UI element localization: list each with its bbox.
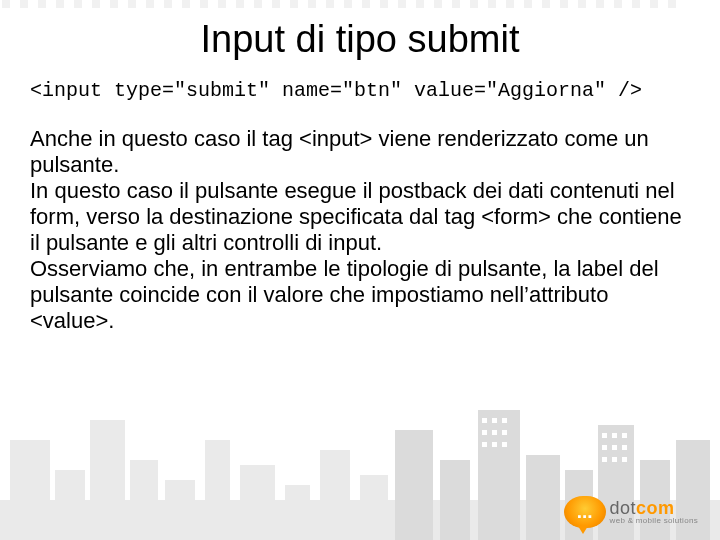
logo-bubble-icon: ... <box>564 496 606 528</box>
paragraph-2: In questo caso il pulsante esegue il pos… <box>30 178 690 256</box>
svg-rect-14 <box>526 455 560 540</box>
slide-title: Input di tipo submit <box>30 18 690 61</box>
svg-rect-3 <box>90 420 125 540</box>
brand-logo: ... dotcom web & mobile solutions <box>564 496 698 528</box>
svg-rect-35 <box>612 457 617 462</box>
svg-rect-8 <box>285 485 310 540</box>
svg-rect-36 <box>622 457 627 462</box>
svg-rect-13 <box>478 410 520 540</box>
svg-rect-19 <box>482 418 487 423</box>
svg-rect-33 <box>622 445 627 450</box>
svg-rect-7 <box>240 465 275 540</box>
svg-rect-28 <box>602 433 607 438</box>
svg-rect-26 <box>492 442 497 447</box>
svg-rect-24 <box>502 430 507 435</box>
svg-rect-25 <box>482 442 487 447</box>
svg-rect-12 <box>440 460 470 540</box>
code-snippet: <input type="submit" name="btn" value="A… <box>30 79 690 102</box>
paragraph-1: Anche in questo caso il tag <input> vien… <box>30 126 690 178</box>
svg-rect-10 <box>360 475 388 540</box>
svg-rect-22 <box>482 430 487 435</box>
body-text: Anche in questo caso il tag <input> vien… <box>30 126 690 334</box>
paragraph-3: Osserviamo che, in entrambe le tipologie… <box>30 256 690 334</box>
svg-rect-29 <box>612 433 617 438</box>
svg-rect-31 <box>602 445 607 450</box>
svg-rect-21 <box>502 418 507 423</box>
svg-rect-32 <box>612 445 617 450</box>
svg-rect-6 <box>205 440 230 540</box>
svg-rect-1 <box>10 440 50 540</box>
svg-rect-34 <box>602 457 607 462</box>
svg-rect-5 <box>165 480 195 540</box>
svg-rect-2 <box>55 470 85 540</box>
svg-rect-30 <box>622 433 627 438</box>
svg-rect-9 <box>320 450 350 540</box>
svg-rect-11 <box>395 430 433 540</box>
svg-rect-4 <box>130 460 158 540</box>
svg-rect-27 <box>502 442 507 447</box>
svg-rect-23 <box>492 430 497 435</box>
logo-tagline: web & mobile solutions <box>610 517 698 525</box>
logo-text: dotcom <box>610 499 698 517</box>
svg-rect-20 <box>492 418 497 423</box>
